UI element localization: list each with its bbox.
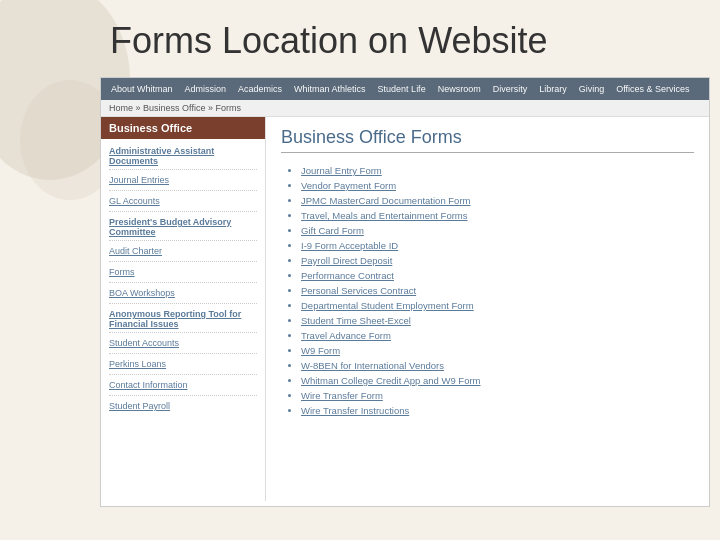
form-item-w9[interactable]: W9 Form [301, 343, 694, 358]
nav-item-library[interactable]: Library [533, 81, 573, 97]
sidebar-item-student-payroll[interactable]: Student Payroll [101, 398, 265, 414]
nav-item-offices-and-services[interactable]: Offices & Services [610, 81, 695, 97]
form-item-wire-transfer[interactable]: Wire Transfer Form [301, 388, 694, 403]
form-item-jpmc[interactable]: JPMC MasterCard Documentation Form [301, 193, 694, 208]
sidebar-item-forms[interactable]: Forms [101, 264, 265, 280]
sidebar-divider-4 [109, 240, 257, 241]
sidebar-divider-3 [109, 211, 257, 212]
sidebar-divider-9 [109, 353, 257, 354]
sidebar-divider-5 [109, 261, 257, 262]
sidebar-item-admin-assistant[interactable]: Administrative Assistant Documents [101, 143, 265, 167]
sidebar: Business Office Administrative Assistant… [101, 117, 266, 501]
breadcrumb-bar: Home » Business Office » Forms [101, 100, 709, 117]
sidebar-item-pbac[interactable]: President's Budget Advisory Committee [101, 214, 265, 238]
breadcrumb-home[interactable]: Home [109, 103, 133, 113]
sidebar-item-audit-charter[interactable]: Audit Charter [101, 243, 265, 259]
main-content: Business Office Forms Journal Entry Form… [266, 117, 709, 501]
sidebar-divider-1 [109, 169, 257, 170]
nav-item-student-life[interactable]: Student Life [372, 81, 432, 97]
main-heading: Business Office Forms [281, 127, 694, 153]
form-item-performance-contract[interactable]: Performance Contract [301, 268, 694, 283]
form-item-payroll-direct-deposit[interactable]: Payroll Direct Deposit [301, 253, 694, 268]
form-item-travel-meals[interactable]: Travel, Meals and Entertainment Forms [301, 208, 694, 223]
page-title: Forms Location on Website [0, 0, 720, 77]
sidebar-header[interactable]: Business Office [101, 117, 265, 139]
nav-item-diversity[interactable]: Diversity [487, 81, 534, 97]
content-area: Business Office Administrative Assistant… [101, 117, 709, 501]
sidebar-item-perkins-loans[interactable]: Perkins Loans [101, 356, 265, 372]
form-item-personal-services[interactable]: Personal Services Contract [301, 283, 694, 298]
sidebar-divider-2 [109, 190, 257, 191]
form-item-wire-transfer-instructions[interactable]: Wire Transfer Instructions [301, 403, 694, 418]
sidebar-item-contact-info[interactable]: Contact Information [101, 377, 265, 393]
sidebar-item-gl-accounts[interactable]: GL Accounts [101, 193, 265, 209]
sidebar-item-student-accounts[interactable]: Student Accounts [101, 335, 265, 351]
sidebar-divider-8 [109, 332, 257, 333]
nav-item-giving[interactable]: Giving [573, 81, 611, 97]
sidebar-item-journal-entries[interactable]: Journal Entries [101, 172, 265, 188]
form-item-vendor-payment[interactable]: Vendor Payment Form [301, 178, 694, 193]
breadcrumb-current: Forms [215, 103, 241, 113]
browser-window: About WhitmanAdmissionAcademicsWhitman A… [100, 77, 710, 507]
sidebar-divider-6 [109, 282, 257, 283]
form-item-journal-entry[interactable]: Journal Entry Form [301, 163, 694, 178]
form-item-gift-card[interactable]: Gift Card Form [301, 223, 694, 238]
nav-item-academics[interactable]: Academics [232, 81, 288, 97]
form-item-w8ben[interactable]: W-8BEN for International Vendors [301, 358, 694, 373]
sidebar-divider-10 [109, 374, 257, 375]
form-item-i9[interactable]: I-9 Form Acceptable ID [301, 238, 694, 253]
nav-item-newsroom[interactable]: Newsroom [432, 81, 487, 97]
nav-item-admission[interactable]: Admission [179, 81, 233, 97]
form-item-whitman-credit-app[interactable]: Whitman College Credit App and W9 Form [301, 373, 694, 388]
sidebar-divider-11 [109, 395, 257, 396]
form-item-dept-student-employment[interactable]: Departmental Student Employment Form [301, 298, 694, 313]
form-item-student-time-sheet[interactable]: Student Time Sheet-Excel [301, 313, 694, 328]
breadcrumb-section[interactable]: Business Office [143, 103, 205, 113]
nav-item-whitman-athletics[interactable]: Whitman Athletics [288, 81, 372, 97]
form-item-travel-advance[interactable]: Travel Advance Form [301, 328, 694, 343]
nav-item-about-whitman[interactable]: About Whitman [105, 81, 179, 97]
sidebar-item-boa-workshops[interactable]: BOA Workshops [101, 285, 265, 301]
forms-list: Journal Entry Form Vendor Payment Form J… [281, 163, 694, 418]
breadcrumb-sep1: » [136, 103, 144, 113]
sidebar-divider-7 [109, 303, 257, 304]
nav-bar: About WhitmanAdmissionAcademicsWhitman A… [101, 78, 709, 100]
sidebar-item-anonymous-reporting[interactable]: Anonymous Reporting Tool for Financial I… [101, 306, 265, 330]
